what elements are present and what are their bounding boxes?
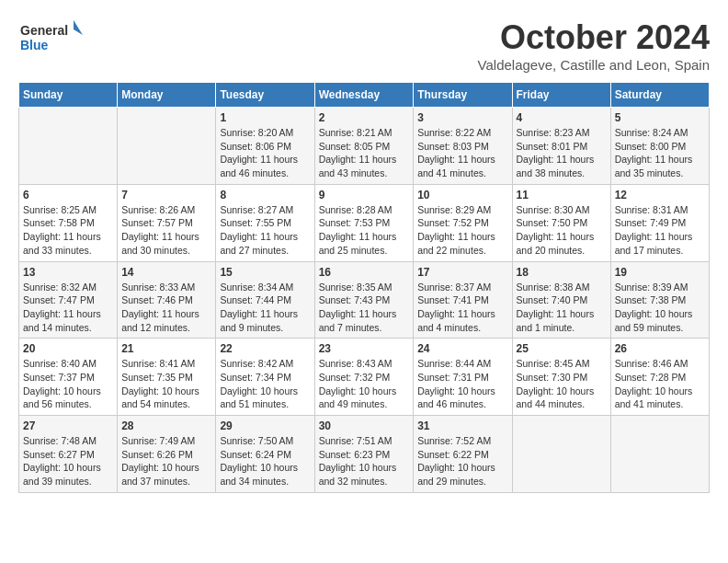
day-number: 20 [23, 342, 113, 355]
calendar-week-row: 1Sunrise: 8:20 AMSunset: 8:06 PMDaylight… [19, 108, 710, 185]
calendar-cell: 14Sunrise: 8:33 AMSunset: 7:46 PMDayligh… [118, 261, 216, 339]
calendar-cell: 11Sunrise: 8:30 AMSunset: 7:50 PMDayligh… [512, 184, 610, 261]
day-detail: Sunrise: 7:48 AMSunset: 6:27 PMDaylight:… [23, 434, 113, 488]
day-number: 2 [319, 111, 410, 124]
day-number: 17 [417, 266, 507, 279]
day-number: 27 [23, 419, 113, 432]
calendar-cell: 10Sunrise: 8:29 AMSunset: 7:52 PMDayligh… [414, 184, 512, 261]
day-number: 5 [615, 111, 705, 124]
calendar-cell: 20Sunrise: 8:40 AMSunset: 7:37 PMDayligh… [19, 339, 118, 416]
day-number: 12 [615, 189, 705, 201]
calendar-cell: 31Sunrise: 7:52 AMSunset: 6:22 PMDayligh… [414, 416, 512, 493]
calendar-cell: 15Sunrise: 8:34 AMSunset: 7:44 PMDayligh… [216, 261, 314, 339]
day-number: 25 [517, 342, 607, 355]
day-detail: Sunrise: 8:45 AMSunset: 7:30 PMDaylight:… [517, 357, 607, 411]
day-number: 4 [517, 111, 607, 124]
day-detail: Sunrise: 8:35 AMSunset: 7:43 PMDaylight:… [319, 281, 410, 335]
calendar-cell: 8Sunrise: 8:27 AMSunset: 7:55 PMDaylight… [216, 184, 314, 261]
day-header-tuesday: Tuesday [216, 83, 314, 108]
calendar-week-row: 6Sunrise: 8:25 AMSunset: 7:58 PMDaylight… [19, 184, 710, 261]
calendar-week-row: 13Sunrise: 8:32 AMSunset: 7:47 PMDayligh… [19, 261, 710, 339]
day-detail: Sunrise: 8:33 AMSunset: 7:46 PMDaylight:… [121, 281, 211, 335]
day-detail: Sunrise: 7:52 AMSunset: 6:22 PMDaylight:… [417, 434, 507, 488]
day-number: 18 [517, 266, 607, 279]
day-detail: Sunrise: 8:43 AMSunset: 7:32 PMDaylight:… [319, 357, 410, 411]
day-detail: Sunrise: 8:22 AMSunset: 8:03 PMDaylight:… [417, 126, 507, 180]
title-area: October 2024 Valdelageve, Castille and L… [478, 18, 710, 73]
calendar-table: SundayMondayTuesdayWednesdayThursdayFrid… [18, 82, 710, 493]
day-header-friday: Friday [512, 83, 610, 108]
day-number: 16 [319, 266, 410, 279]
calendar-cell: 7Sunrise: 8:26 AMSunset: 7:57 PMDaylight… [118, 184, 216, 261]
day-number: 14 [121, 266, 211, 279]
day-number: 31 [417, 419, 507, 432]
calendar-cell: 4Sunrise: 8:23 AMSunset: 8:01 PMDaylight… [512, 108, 610, 185]
day-detail: Sunrise: 8:38 AMSunset: 7:40 PMDaylight:… [517, 281, 607, 335]
calendar-cell: 9Sunrise: 8:28 AMSunset: 7:53 PMDaylight… [314, 184, 414, 261]
day-number: 13 [23, 266, 113, 279]
day-number: 26 [615, 342, 705, 355]
calendar-cell: 24Sunrise: 8:44 AMSunset: 7:31 PMDayligh… [414, 339, 512, 416]
calendar-cell: 1Sunrise: 8:20 AMSunset: 8:06 PMDaylight… [216, 108, 314, 185]
day-number: 29 [220, 419, 310, 432]
day-detail: Sunrise: 8:40 AMSunset: 7:37 PMDaylight:… [23, 357, 113, 411]
logo-svg: General Blue [18, 18, 83, 60]
day-detail: Sunrise: 8:42 AMSunset: 7:34 PMDaylight:… [220, 357, 310, 411]
day-detail: Sunrise: 8:31 AMSunset: 7:49 PMDaylight:… [615, 203, 705, 258]
calendar-cell: 21Sunrise: 8:41 AMSunset: 7:35 PMDayligh… [118, 339, 216, 416]
day-detail: Sunrise: 8:30 AMSunset: 7:50 PMDaylight:… [517, 203, 607, 258]
calendar-cell: 29Sunrise: 7:50 AMSunset: 6:24 PMDayligh… [216, 416, 314, 493]
day-detail: Sunrise: 8:37 AMSunset: 7:41 PMDaylight:… [417, 281, 507, 335]
day-number: 9 [319, 189, 410, 201]
day-header-sunday: Sunday [19, 83, 118, 108]
day-header-wednesday: Wednesday [314, 83, 414, 108]
day-detail: Sunrise: 8:41 AMSunset: 7:35 PMDaylight:… [121, 357, 211, 411]
calendar-week-row: 20Sunrise: 8:40 AMSunset: 7:37 PMDayligh… [19, 339, 710, 416]
calendar-cell: 12Sunrise: 8:31 AMSunset: 7:49 PMDayligh… [610, 184, 709, 261]
calendar-cell: 23Sunrise: 8:43 AMSunset: 7:32 PMDayligh… [314, 339, 414, 416]
day-detail: Sunrise: 7:50 AMSunset: 6:24 PMDaylight:… [220, 434, 310, 488]
calendar-cell [610, 416, 709, 493]
calendar-cell: 17Sunrise: 8:37 AMSunset: 7:41 PMDayligh… [414, 261, 512, 339]
day-number: 30 [319, 419, 410, 432]
calendar-cell [19, 108, 118, 185]
calendar-cell: 16Sunrise: 8:35 AMSunset: 7:43 PMDayligh… [314, 261, 414, 339]
day-header-saturday: Saturday [610, 83, 709, 108]
day-detail: Sunrise: 8:39 AMSunset: 7:38 PMDaylight:… [615, 281, 705, 335]
day-number: 1 [220, 111, 310, 124]
day-number: 15 [220, 266, 310, 279]
day-number: 8 [220, 189, 310, 201]
day-detail: Sunrise: 8:46 AMSunset: 7:28 PMDaylight:… [615, 357, 705, 411]
calendar-cell: 5Sunrise: 8:24 AMSunset: 8:00 PMDaylight… [610, 108, 709, 185]
day-number: 11 [517, 189, 607, 201]
day-detail: Sunrise: 8:29 AMSunset: 7:52 PMDaylight:… [417, 203, 507, 258]
location-subtitle: Valdelageve, Castille and Leon, Spain [478, 57, 710, 73]
month-title: October 2024 [478, 18, 710, 57]
day-detail: Sunrise: 8:34 AMSunset: 7:44 PMDaylight:… [220, 281, 310, 335]
day-number: 10 [417, 189, 507, 201]
day-number: 7 [121, 189, 211, 201]
calendar-cell [118, 108, 216, 185]
day-header-monday: Monday [118, 83, 216, 108]
day-header-thursday: Thursday [414, 83, 512, 108]
calendar-cell: 19Sunrise: 8:39 AMSunset: 7:38 PMDayligh… [610, 261, 709, 339]
svg-text:General: General [20, 23, 68, 38]
day-number: 3 [417, 111, 507, 124]
calendar-week-row: 27Sunrise: 7:48 AMSunset: 6:27 PMDayligh… [19, 416, 710, 493]
day-number: 24 [417, 342, 507, 355]
svg-text:Blue: Blue [20, 38, 49, 52]
calendar-cell: 26Sunrise: 8:46 AMSunset: 7:28 PMDayligh… [610, 339, 709, 416]
day-detail: Sunrise: 8:21 AMSunset: 8:05 PMDaylight:… [319, 126, 410, 180]
calendar-cell: 30Sunrise: 7:51 AMSunset: 6:23 PMDayligh… [314, 416, 414, 493]
day-detail: Sunrise: 8:23 AMSunset: 8:01 PMDaylight:… [517, 126, 607, 180]
day-detail: Sunrise: 8:44 AMSunset: 7:31 PMDaylight:… [417, 357, 507, 411]
calendar-cell: 28Sunrise: 7:49 AMSunset: 6:26 PMDayligh… [118, 416, 216, 493]
logo: General Blue [18, 18, 83, 60]
calendar-cell: 25Sunrise: 8:45 AMSunset: 7:30 PMDayligh… [512, 339, 610, 416]
calendar-cell: 27Sunrise: 7:48 AMSunset: 6:27 PMDayligh… [19, 416, 118, 493]
day-detail: Sunrise: 8:25 AMSunset: 7:58 PMDaylight:… [23, 203, 113, 258]
day-detail: Sunrise: 8:20 AMSunset: 8:06 PMDaylight:… [220, 126, 310, 180]
day-number: 6 [23, 189, 113, 201]
calendar-cell: 3Sunrise: 8:22 AMSunset: 8:03 PMDaylight… [414, 108, 512, 185]
calendar-cell [512, 416, 610, 493]
